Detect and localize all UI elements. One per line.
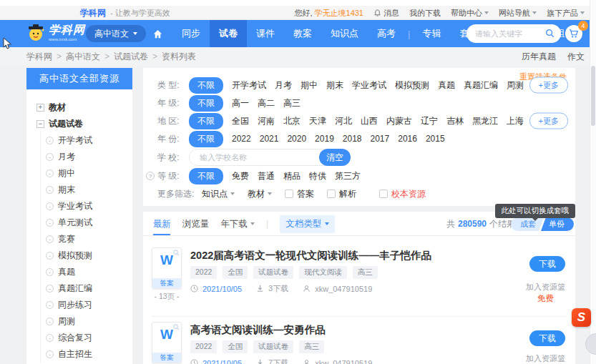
filter-option[interactable]: 山西 <box>361 115 378 127</box>
filter-option[interactable]: 河北 <box>335 115 352 127</box>
logo[interactable]: 学科网 www.zxxk.com <box>27 23 85 43</box>
filter-option[interactable]: 辽宁 <box>421 115 438 127</box>
add-to-basket-link[interactable]: 加入资源篮 <box>526 353 565 364</box>
sidebar-item[interactable]: 同步练习 <box>46 297 132 313</box>
filter-option[interactable]: 2019 <box>315 134 334 144</box>
filter-option[interactable]: 期中 <box>301 79 318 92</box>
tab-newest[interactable]: 最新 <box>153 218 171 230</box>
filter-option[interactable]: 吉林 <box>446 115 464 127</box>
nav-item-sync[interactable]: 同步 <box>172 20 210 47</box>
filter-option[interactable]: 2018 <box>343 134 362 144</box>
filter-option[interactable]: 月考 <box>275 79 292 92</box>
filter-option[interactable]: 上海 <box>507 115 524 127</box>
collapse-icon[interactable] <box>36 120 44 128</box>
help-center-menu[interactable]: 帮助中心 <box>451 8 489 19</box>
breadcrumb-category[interactable]: 试题试卷 <box>114 51 148 63</box>
filter-option[interactable]: 2020 <box>287 134 306 144</box>
textbook-dropdown[interactable]: 教材 <box>248 188 272 200</box>
site-brand[interactable]: 学科网 <box>80 7 106 19</box>
filter-option[interactable]: 精品 <box>283 170 301 182</box>
filter-option[interactable]: 免费 <box>232 170 249 182</box>
my-downloads-link[interactable]: 我的下载 <box>409 8 441 19</box>
filter-option[interactable]: 高一 <box>232 97 249 109</box>
filter-option-active[interactable]: 不限 <box>189 131 223 147</box>
answers-checkbox[interactable]: 答案 <box>285 188 314 200</box>
sidebar-item[interactable]: 模拟预测 <box>46 247 132 264</box>
doc-thumbnail[interactable]: W 答案 <box>152 322 182 363</box>
filter-option[interactable]: 天津 <box>309 115 326 127</box>
toggle-single[interactable]: 单份 <box>541 217 574 231</box>
tab-views[interactable]: 浏览量 <box>182 218 210 230</box>
sidebar-group-textbooks[interactable]: 教材 <box>36 99 132 116</box>
nav-item-courseware[interactable]: 课件 <box>247 20 284 47</box>
scrollbar[interactable] <box>590 0 596 364</box>
messages-link[interactable]: 消息 <box>373 8 399 19</box>
filter-option-active[interactable]: 不限 <box>189 77 223 94</box>
school-input[interactable] <box>200 149 314 165</box>
filter-option[interactable]: 期末 <box>326 79 343 92</box>
filter-option-active[interactable]: 不限 <box>189 113 223 129</box>
sidebar-item[interactable]: 真题汇编 <box>46 280 132 297</box>
filter-option[interactable]: 普通 <box>258 170 275 182</box>
filter-option[interactable]: 真题汇编 <box>464 79 498 92</box>
expand-icon[interactable] <box>36 104 44 112</box>
filter-option[interactable]: 黑龙江 <box>472 115 498 127</box>
add-to-basket-link[interactable]: 加入资源篮 <box>526 282 565 292</box>
scrollbar-thumb[interactable] <box>591 66 595 126</box>
nav-item-lesson-plans[interactable]: 教案 <box>284 20 321 47</box>
more-regions-button[interactable]: +更多 <box>529 113 568 129</box>
sidebar-item[interactable]: 竞赛 <box>46 231 132 247</box>
sogou-ime-badge[interactable]: S <box>572 308 591 327</box>
nav-item-knowledge[interactable]: 知识点 <box>321 20 368 47</box>
filter-option[interactable]: 真题 <box>438 79 455 92</box>
knowledge-dropdown[interactable]: 知识点 <box>202 188 235 200</box>
floating-action-button[interactable] <box>585 333 596 355</box>
nav-item-gaokao[interactable]: 高考 <box>368 20 405 47</box>
filter-option[interactable]: 2021 <box>260 134 279 144</box>
sidebar-item[interactable]: 学业考试 <box>46 198 132 215</box>
download-button[interactable]: 下载 <box>529 256 565 272</box>
filter-option-active[interactable]: 不限 <box>189 168 223 185</box>
sidebar-item[interactable]: 期中 <box>46 165 132 182</box>
nav-item-papers[interactable]: 试卷 <box>210 20 247 47</box>
filter-option[interactable]: 河南 <box>258 115 275 127</box>
filter-option[interactable]: 模拟预测 <box>395 79 429 92</box>
site-nav-menu[interactable]: 网站导航 <box>499 8 537 19</box>
cart-button[interactable]: 4 <box>565 24 585 44</box>
sidebar-item[interactable]: 月考 <box>46 149 132 165</box>
products-menu[interactable]: 旗下产品 <box>547 8 585 19</box>
breadcrumb-home[interactable]: 学科网 <box>26 51 52 63</box>
filter-option[interactable]: 周测 <box>507 79 524 92</box>
filter-option[interactable]: 2022 <box>232 134 251 144</box>
composition-link[interactable]: 作文 <box>567 51 585 63</box>
sidebar-item[interactable]: 开学考试 <box>46 132 132 149</box>
sidebar-item[interactable]: 综合复习 <box>46 330 132 346</box>
clear-school-button[interactable]: 清空 <box>319 149 351 166</box>
doc-thumbnail[interactable]: W 答案 <box>152 247 182 289</box>
set-single-toggle[interactable]: 成套 单份 <box>511 217 574 231</box>
sidebar-item[interactable]: 自主招生 <box>46 346 132 363</box>
result-title[interactable]: 2022届高考语文一轮现代文阅读训练——丰子恺作品 <box>190 249 431 262</box>
filter-option[interactable]: 高二 <box>258 97 275 109</box>
username[interactable]: 学无止境1431 <box>315 8 363 19</box>
more-types-button[interactable]: +更多 <box>529 77 568 94</box>
filter-option[interactable]: 学业考试 <box>352 79 386 92</box>
filter-option[interactable]: 特供 <box>309 170 326 182</box>
tab-yearly-downloads[interactable]: 年下载 <box>221 218 255 230</box>
filter-option[interactable]: 2017 <box>371 134 390 144</box>
past-papers-link[interactable]: 历年真题 <box>522 51 556 63</box>
filter-option[interactable]: 全国 <box>232 115 249 127</box>
filter-option-active[interactable]: 不限 <box>189 95 223 112</box>
search-icon[interactable] <box>545 29 555 38</box>
filter-option[interactable]: 2015 <box>426 134 445 144</box>
sidebar-item[interactable]: 周测 <box>46 313 132 330</box>
filter-option[interactable]: 内蒙古 <box>386 115 412 127</box>
school-resource-checkbox[interactable]: 校本资源 <box>379 188 426 200</box>
filter-option[interactable]: 第三方 <box>335 170 361 182</box>
filter-option[interactable]: 开学考试 <box>232 79 266 92</box>
breadcrumb-subject[interactable]: 高中语文 <box>66 51 100 63</box>
sidebar-item[interactable]: 期末 <box>46 182 132 198</box>
uploader-name[interactable]: xkw_047910519 <box>315 359 372 364</box>
filter-option[interactable]: 北京 <box>283 115 301 127</box>
sidebar-item[interactable]: 单元测试 <box>46 215 132 231</box>
